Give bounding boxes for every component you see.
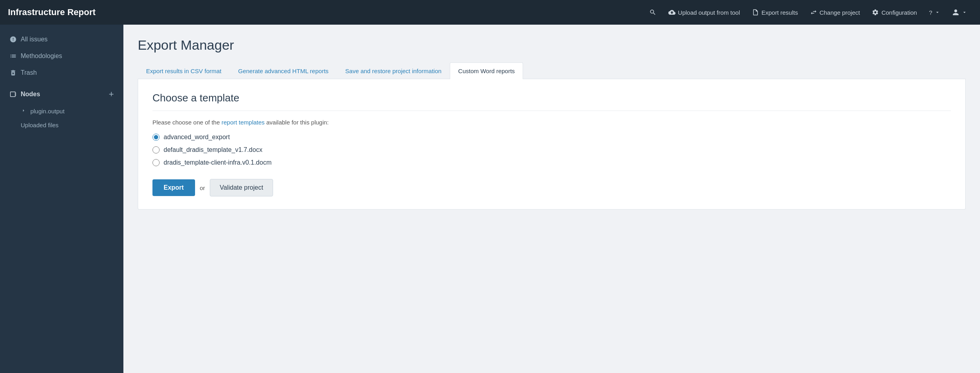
app-title: Infrastructure Report xyxy=(8,7,96,17)
expand-icon xyxy=(21,108,26,113)
nodes-section-label: Nodes xyxy=(10,91,40,98)
export-results-button[interactable]: Export results xyxy=(747,6,803,19)
sidebar-item-methodologies[interactable]: Methodologies xyxy=(0,48,123,64)
template-option-1[interactable]: advanced_word_export xyxy=(152,134,951,141)
methodologies-icon xyxy=(10,52,17,60)
page-title: Export Manager xyxy=(138,37,966,53)
tabs-container: Export results in CSV format Generate ad… xyxy=(138,62,966,79)
action-row: Export or Validate project xyxy=(152,179,951,196)
or-label: or xyxy=(200,185,205,191)
add-node-button[interactable]: + xyxy=(109,90,114,99)
sidebar-nodes-section: Nodes + xyxy=(0,84,123,104)
configuration-button[interactable]: Configuration xyxy=(867,6,921,19)
chevron-down-icon xyxy=(935,10,940,15)
help-button[interactable]: ? xyxy=(924,6,945,19)
tab-csv[interactable]: Export results in CSV format xyxy=(138,62,230,79)
template-option-3[interactable]: dradis_template-client-infra.v0.1.docm xyxy=(152,159,951,166)
validate-project-button[interactable]: Validate project xyxy=(210,179,273,196)
all-issues-label: All issues xyxy=(21,36,48,43)
card-title: Choose a template xyxy=(152,92,951,111)
gear-icon xyxy=(872,9,879,16)
sidebar-item-plugin-output[interactable]: plugin.output xyxy=(0,104,123,118)
trash-icon xyxy=(10,69,17,76)
user-icon xyxy=(952,9,959,16)
trash-label: Trash xyxy=(21,69,37,76)
upload-label: Upload output from tool xyxy=(678,9,740,16)
export-button[interactable]: Export xyxy=(152,179,195,196)
sidebar-item-trash[interactable]: Trash xyxy=(0,64,123,81)
help-label: ? xyxy=(929,9,932,16)
upload-output-button[interactable]: Upload output from tool xyxy=(664,6,745,19)
methodologies-label: Methodologies xyxy=(21,52,62,60)
change-project-button[interactable]: Change project xyxy=(805,6,865,19)
export-label: Export results xyxy=(761,9,798,16)
user-chevron-icon xyxy=(962,10,967,15)
template-radio-1[interactable] xyxy=(152,134,160,141)
tab-word[interactable]: Custom Word reports xyxy=(450,62,523,79)
nodes-icon xyxy=(10,91,17,98)
tab-save[interactable]: Save and restore project information xyxy=(337,62,450,79)
configuration-label: Configuration xyxy=(881,9,917,16)
search-icon xyxy=(649,9,656,16)
sidebar-item-uploaded-files[interactable]: Uploaded files xyxy=(0,118,123,132)
report-templates-link[interactable]: report templates xyxy=(221,119,264,126)
sidebar-item-all-issues[interactable]: All issues xyxy=(0,31,123,48)
tab-html[interactable]: Generate advanced HTML reports xyxy=(230,62,337,79)
navbar: Infrastructure Report Upload output from… xyxy=(0,0,980,25)
change-project-label: Change project xyxy=(820,9,860,16)
upload-icon xyxy=(668,9,675,16)
template-radio-2[interactable] xyxy=(152,146,160,153)
change-project-icon xyxy=(810,9,817,16)
template-radio-group: advanced_word_export default_dradis_temp… xyxy=(152,134,951,166)
template-option-2[interactable]: default_dradis_template_v1.7.docx xyxy=(152,146,951,153)
card: Choose a template Please choose one of t… xyxy=(138,79,966,210)
sidebar: All issues Methodologies Trash Nodes + p… xyxy=(0,25,123,373)
issues-icon xyxy=(10,36,17,43)
search-button[interactable] xyxy=(644,6,661,19)
export-icon xyxy=(752,9,759,16)
main-content: Export Manager Export results in CSV for… xyxy=(123,25,980,373)
template-radio-3[interactable] xyxy=(152,159,160,166)
card-description: Please choose one of the report template… xyxy=(152,119,951,126)
navbar-actions: Upload output from tool Export results C… xyxy=(644,6,972,19)
layout: All issues Methodologies Trash Nodes + p… xyxy=(0,25,980,373)
user-menu-button[interactable] xyxy=(947,6,972,19)
